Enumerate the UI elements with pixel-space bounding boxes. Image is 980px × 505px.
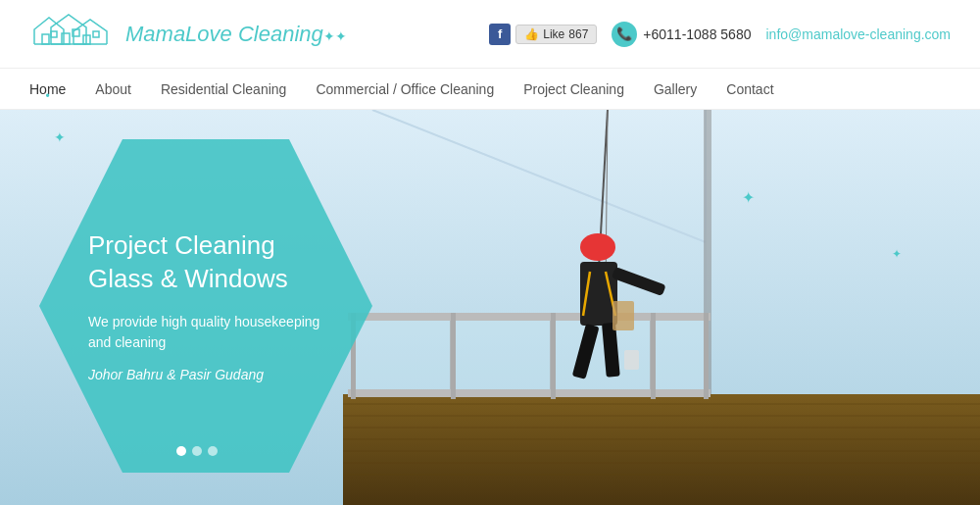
logo-stars: ✦✦	[323, 28, 347, 44]
slide-dot-2[interactable]	[192, 446, 202, 456]
facebook-icon: f	[489, 24, 511, 45]
hero-title-line2: Glass & Windows	[88, 264, 288, 293]
header-right: f 👍 Like 867 📞 +6011-1088 5680 info@mama…	[489, 22, 951, 47]
logo-brand: MamaLove Cleaning✦✦	[125, 22, 347, 47]
svg-point-35	[580, 233, 615, 261]
svg-rect-25	[653, 316, 706, 394]
navigation: Home About Residential Cleaning Commerci…	[0, 69, 980, 110]
slide-dots	[176, 446, 218, 456]
svg-rect-8	[93, 31, 99, 37]
nav-item-residential[interactable]: Residential Cleaning	[161, 81, 286, 97]
nav-item-project[interactable]: Project Cleaning	[523, 81, 624, 97]
nav-item-contact[interactable]: Contact	[726, 81, 773, 97]
logo-svg	[29, 10, 118, 59]
like-label: Like	[543, 27, 564, 41]
svg-rect-31	[651, 313, 656, 399]
header: MamaLove Cleaning✦✦ f 👍 Like 867 📞 +6011…	[0, 0, 980, 69]
star-decoration-1: ✦	[54, 129, 66, 145]
facebook-button[interactable]: f 👍 Like 867	[489, 24, 597, 45]
logo-name: MamaLove Cleaning	[125, 22, 323, 46]
hero-description: We provide high quality housekeeping and…	[88, 312, 323, 353]
nav-item-home[interactable]: Home	[29, 81, 66, 97]
hero-title-line1: Project Cleaning	[88, 230, 275, 260]
svg-rect-23	[453, 316, 551, 394]
thumbs-up-icon: 👍	[524, 27, 539, 41]
nav-item-commercial[interactable]: Commercial / Office Cleaning	[316, 81, 494, 97]
svg-rect-29	[451, 313, 456, 399]
svg-rect-30	[551, 313, 556, 399]
star-decoration-3: ✦	[892, 247, 902, 261]
phone-area: 📞 +6011-1088 5680	[612, 22, 751, 47]
svg-rect-32	[704, 313, 709, 399]
nav-item-gallery[interactable]: Gallery	[654, 81, 697, 97]
phone-number: +6011-1088 5680	[643, 26, 751, 42]
logo-area: MamaLove Cleaning✦✦	[29, 10, 347, 59]
like-count: 867	[568, 27, 588, 41]
svg-rect-27	[348, 389, 710, 397]
svg-rect-4	[62, 33, 70, 44]
svg-rect-2	[51, 31, 57, 37]
slide-dot-1[interactable]	[176, 446, 186, 456]
hero-location: Johor Bahru & Pasir Gudang	[88, 367, 264, 382]
nav-item-about[interactable]: About	[95, 81, 131, 97]
email-link[interactable]: info@mamalove-cleaning.com	[765, 26, 951, 42]
hero-title: Project Cleaning Glass & Windows	[88, 229, 288, 296]
slide-dot-3[interactable]	[208, 446, 218, 456]
star-decoration-2: ✦	[742, 188, 755, 207]
like-button[interactable]: 👍 Like 867	[515, 25, 597, 44]
phone-icon: 📞	[612, 22, 637, 47]
svg-rect-22	[353, 316, 451, 394]
svg-rect-43	[624, 350, 639, 370]
hero-section: ✦ ✦ ✦ Project Cleaning Glass & Windows W…	[0, 110, 980, 505]
svg-rect-1	[42, 34, 49, 44]
svg-rect-26	[348, 313, 710, 321]
svg-rect-14	[343, 394, 980, 505]
svg-rect-42	[612, 301, 634, 330]
